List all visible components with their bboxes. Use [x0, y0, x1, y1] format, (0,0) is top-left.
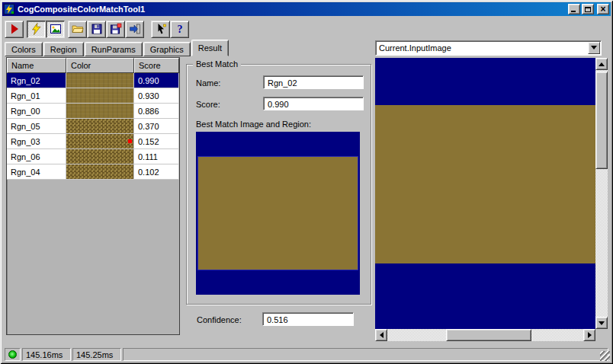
minimize-button[interactable]: [568, 4, 580, 14]
help-button[interactable]: ?: [170, 21, 189, 38]
row-name: Rgn_00: [7, 104, 66, 119]
arrow-left-icon: [377, 332, 384, 338]
best-match-group: Best Match Name: Rgn_02 Score: 0.990 Bes…: [186, 64, 371, 305]
table-row[interactable]: Rgn_05 0.370: [7, 119, 179, 134]
arrow-right-icon: [588, 332, 595, 338]
tab-colors[interactable]: Colors: [5, 42, 43, 56]
table-row[interactable]: Rgn_00 0.886: [7, 104, 179, 119]
tab-graphics[interactable]: Graphics: [143, 42, 191, 56]
table-row[interactable]: Rgn_01 0.930: [7, 88, 179, 104]
arrow-up-icon: [599, 59, 605, 66]
save-button[interactable]: [87, 21, 106, 38]
column-header-score[interactable]: Score: [134, 58, 179, 73]
run-button[interactable]: [5, 21, 24, 38]
table-row[interactable]: Rgn_04 0.102: [7, 164, 179, 180]
scroll-left-button[interactable]: [375, 329, 387, 341]
row-color-cell: [66, 119, 134, 134]
total-time-panel: 145.25ms: [72, 348, 121, 361]
position-probe-button[interactable]: [151, 21, 170, 38]
table-row[interactable]: Rgn_02 0.990: [7, 73, 179, 88]
svg-text:?: ?: [177, 24, 182, 35]
row-score: 0.930: [134, 88, 179, 104]
save-image-icon: [110, 23, 122, 35]
best-match-name-field[interactable]: Rgn_02: [263, 75, 364, 89]
image-display-button[interactable]: [46, 21, 65, 38]
run-status-panel: [5, 348, 21, 361]
best-match-image-caption: Best Match Image and Region:: [196, 120, 311, 129]
row-color-cell: [66, 88, 134, 104]
best-match-image: [196, 132, 360, 295]
tab-strip: Colors Region RunParams Graphics Result: [5, 40, 229, 56]
row-name: Rgn_01: [7, 88, 66, 104]
row-name: Rgn_04: [7, 164, 66, 180]
table-row[interactable]: Rgn_06 0.111: [7, 149, 179, 164]
help-icon: ?: [174, 23, 186, 35]
window-title: CogCompositeColorMatchTool1: [16, 5, 566, 14]
tab-runparams[interactable]: RunParams: [85, 42, 143, 56]
open-file-button[interactable]: [68, 21, 87, 38]
confidence-field[interactable]: 0.516: [262, 312, 354, 326]
row-color-cell: [66, 164, 134, 180]
arrow-down-icon: [599, 321, 605, 328]
toolbar: ?: [5, 20, 189, 38]
maximize-button[interactable]: [582, 4, 594, 14]
row-score: 0.886: [134, 104, 179, 119]
horizontal-scroll-thumb[interactable]: [446, 329, 531, 341]
input-image-display[interactable]: [375, 58, 595, 329]
results-grid: Name Color Score Rgn_02 0.990 Rgn_01 0.9…: [6, 57, 180, 335]
confidence-label: Confidence:: [197, 315, 242, 324]
input-image-band: [375, 105, 595, 263]
status-message-panel: [123, 348, 608, 361]
image-viewer: [375, 58, 608, 341]
run-time-panel: 145.16ms: [22, 348, 71, 361]
tab-label: Result: [198, 43, 222, 53]
column-header-name[interactable]: Name: [7, 58, 66, 73]
save-image-button[interactable]: [106, 21, 125, 38]
score-label: Score:: [196, 100, 220, 109]
vertical-scrollbar[interactable]: [595, 58, 608, 329]
resize-grip[interactable]: [600, 351, 610, 361]
table-row[interactable]: Rgn_03 0.152: [7, 134, 179, 149]
tab-label: Colors: [11, 45, 36, 54]
row-score: 0.111: [134, 149, 179, 164]
row-score: 0.102: [134, 164, 179, 180]
name-label: Name:: [196, 78, 220, 88]
row-color-cell: [66, 134, 134, 149]
electric-run-icon: [30, 23, 43, 35]
titlebar[interactable]: CogCompositeColorMatchTool1 ×: [2, 2, 611, 16]
status-led-icon: [8, 350, 17, 359]
row-score: 0.370: [134, 119, 179, 134]
color-swatch: [66, 149, 133, 164]
minimize-icon: [571, 11, 576, 12]
close-icon: ×: [600, 5, 605, 13]
image-selector-combo[interactable]: Current.InputImage: [375, 40, 602, 56]
scrollbar-corner: [595, 329, 608, 341]
color-swatch: [66, 88, 133, 103]
best-match-score-field[interactable]: 0.990: [263, 97, 364, 110]
scroll-down-button[interactable]: [595, 317, 608, 329]
tab-result[interactable]: Result: [191, 40, 229, 56]
row-score: 0.152: [134, 134, 179, 149]
vertical-scroll-thumb[interactable]: [595, 72, 608, 169]
image-selector-value: Current.InputImage: [376, 43, 588, 53]
color-swatch: [66, 104, 133, 118]
maximize-icon: [585, 7, 591, 12]
row-name: Rgn_02: [7, 73, 66, 88]
close-button[interactable]: ×: [597, 4, 609, 14]
combo-dropdown-button[interactable]: [588, 42, 600, 54]
import-button[interactable]: [125, 21, 144, 38]
tab-label: Region: [50, 45, 77, 54]
chevron-down-icon: [591, 46, 597, 53]
tab-region[interactable]: Region: [43, 42, 84, 56]
position-probe-icon: [155, 23, 167, 35]
electric-run-button[interactable]: [27, 21, 46, 38]
horizontal-scrollbar[interactable]: [375, 329, 595, 341]
row-name: Rgn_05: [7, 119, 66, 134]
app-icon: [4, 4, 14, 14]
color-swatch: [66, 119, 133, 133]
run-icon: [8, 23, 21, 35]
group-title: Best Match: [193, 59, 241, 69]
column-header-color[interactable]: Color: [66, 58, 134, 73]
scroll-right-button[interactable]: [583, 329, 595, 341]
scroll-up-button[interactable]: [595, 58, 608, 70]
